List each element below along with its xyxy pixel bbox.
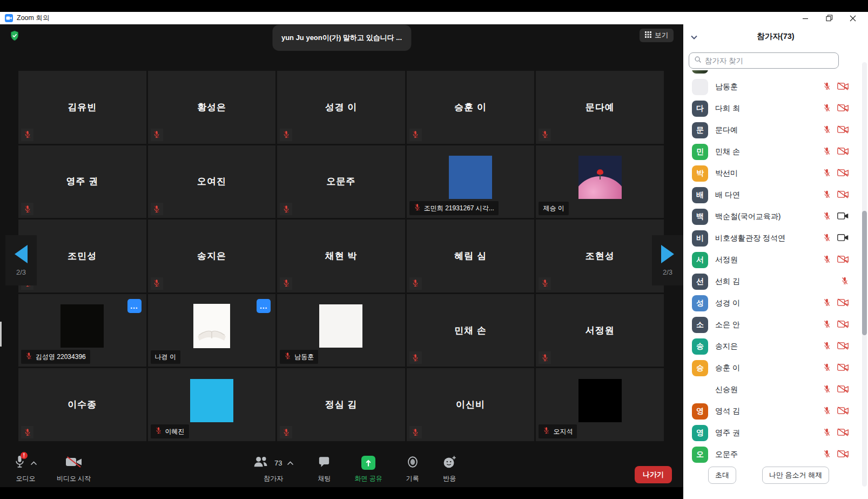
participants-icon [253, 456, 268, 470]
video-tile: 이수종 [18, 368, 146, 441]
camera-on-icon [837, 212, 849, 222]
prev-page-arrow-icon[interactable] [15, 245, 28, 263]
participant-row[interactable]: 영영석 김 [683, 401, 862, 422]
toolbar-item-participants[interactable]: 73참가자 [253, 454, 294, 483]
video-tile: 영주 권 [18, 145, 146, 218]
video-tile: 오지석 [536, 368, 664, 441]
camera-off-icon [837, 104, 849, 114]
close-button[interactable] [841, 12, 865, 24]
participant-status-icons [823, 190, 849, 201]
video-tile: 정심 김 [277, 368, 405, 441]
toolbar-item-audio[interactable]: !오디오 [14, 454, 37, 483]
security-shield-icon[interactable] [10, 30, 19, 41]
video-tile: …김성영 22034396 [18, 294, 146, 367]
toolbar-item-record[interactable]: 기록 [406, 454, 419, 483]
toolbar-item-label: 기록 [406, 474, 419, 483]
tile-name-label: 김성영 22034396 [21, 350, 90, 364]
participant-name: 남동훈 [715, 82, 816, 92]
invite-button[interactable]: 초대 [708, 467, 736, 484]
participant-search-input[interactable] [705, 57, 833, 65]
participant-name: 비호생활관장 정석연 [715, 234, 816, 243]
chevron-up-icon[interactable] [287, 458, 294, 468]
participant-row[interactable]: 민민채 손 [683, 141, 862, 163]
mic-muted-icon [151, 203, 163, 215]
participant-row[interactable]: 선선희 김 [683, 271, 862, 292]
toolbar-item-label: 화면 공유 [354, 474, 382, 483]
participant-row[interactable] [683, 70, 862, 76]
toolbar-item-label: 채팅 [318, 474, 331, 483]
camera-off-icon [837, 147, 849, 157]
share-icon [361, 456, 375, 470]
mic-muted-icon [21, 426, 33, 438]
participant-row[interactable]: 오오문주 [683, 444, 862, 465]
camera-off-icon [837, 320, 849, 330]
panel-collapse-chevron-icon[interactable] [690, 32, 698, 42]
participant-row[interactable]: 서서정원 [683, 249, 862, 271]
participant-status-icons [823, 428, 849, 439]
participant-avatar: 다 [692, 101, 708, 117]
camera-off-icon [837, 125, 849, 136]
participant-row[interactable]: 성성경 이 [683, 292, 862, 314]
participant-row[interactable]: 소소은 안 [683, 314, 862, 336]
chevron-up-icon[interactable] [30, 458, 37, 468]
tile-participant-name: 민채 손 [407, 294, 535, 367]
participant-row[interactable]: 송송지은 [683, 336, 862, 357]
participant-row[interactable]: 남동훈 [683, 76, 862, 98]
toolbar-item-video[interactable]: 비디오 시작 [57, 454, 91, 483]
participant-row[interactable]: 백백순철(국어교육과) [683, 206, 862, 228]
unmute-self-button[interactable]: 나만 음소거 해제 [762, 467, 829, 484]
participant-name: 영석 김 [715, 407, 816, 416]
participant-name: 영주 권 [715, 428, 816, 438]
mic-muted-icon [823, 103, 831, 115]
video-tile: 조민성 [18, 219, 146, 292]
participant-name: 문다예 [715, 125, 816, 135]
participant-avatar: 선 [692, 274, 708, 290]
page-indicator: 2/3 [16, 268, 26, 276]
participants-header: 참가자(73) [683, 24, 868, 48]
participant-row[interactable]: 문문다예 [683, 119, 862, 141]
tile-participant-name: 송지은 [148, 219, 276, 292]
participant-search-box [689, 52, 839, 69]
tile-more-button[interactable]: … [257, 299, 271, 313]
participant-row[interactable]: 배배 다연 [683, 184, 862, 206]
video-tile: 조현성 [536, 219, 664, 292]
toolbar-item-chat[interactable]: 채팅 [318, 454, 331, 483]
tile-participant-name: 오여진 [148, 145, 276, 218]
toolbar-item-share[interactable]: 화면 공유 [354, 454, 382, 483]
leave-button[interactable]: 나가기 [635, 466, 672, 483]
mic-muted-icon [155, 427, 162, 436]
participant-row[interactable]: 승승훈 이 [683, 357, 862, 379]
participant-row[interactable]: 신승원 [683, 379, 862, 401]
participant-row[interactable]: 박박선미 [683, 163, 862, 184]
video-tile: …나경 이 [148, 294, 276, 367]
toolbar-item-reactions[interactable]: 반응 [443, 454, 456, 483]
mic-muted-icon [823, 255, 831, 266]
participant-list: 남동훈다다희 최문문다예민민채 손박박선미배배 다연백백순철(국어교육과)비비호… [683, 70, 862, 465]
participant-row[interactable]: 영영주 권 [683, 422, 862, 444]
mic-muted-icon [823, 168, 831, 179]
next-page-arrow-icon[interactable] [661, 245, 674, 263]
participant-row[interactable]: 비비호생활관장 정석연 [683, 228, 862, 249]
view-button[interactable]: 보기 [640, 29, 674, 42]
participants-scrollbar [862, 62, 867, 487]
mic-muted-icon [823, 82, 831, 93]
participant-avatar: 문 [692, 122, 708, 138]
participant-row[interactable]: 다다희 최 [683, 98, 862, 119]
participant-avatar: 백 [692, 209, 708, 225]
mic-muted-icon [823, 233, 831, 244]
tile-participant-name: 나경 이 [155, 352, 176, 362]
participant-status-icons [823, 70, 849, 71]
speaking-toast: yun Ju yeon이(가) 말하고 있습니다 ... [272, 25, 411, 51]
mic-muted-icon [823, 211, 831, 223]
participant-status-icons [823, 211, 849, 223]
participant-name: 성경 이 [715, 298, 816, 308]
mic-muted-icon [280, 426, 292, 438]
tile-participant-name: 승훈 이 [407, 71, 535, 144]
restore-button[interactable] [817, 12, 841, 24]
mic-muted-icon [841, 276, 849, 288]
left-edge-scroll-handle[interactable] [0, 322, 2, 347]
minimize-button[interactable] [793, 12, 817, 24]
tile-more-button[interactable]: … [127, 299, 142, 313]
chat-icon [318, 456, 330, 470]
participants-scrollbar-thumb[interactable] [862, 211, 867, 335]
